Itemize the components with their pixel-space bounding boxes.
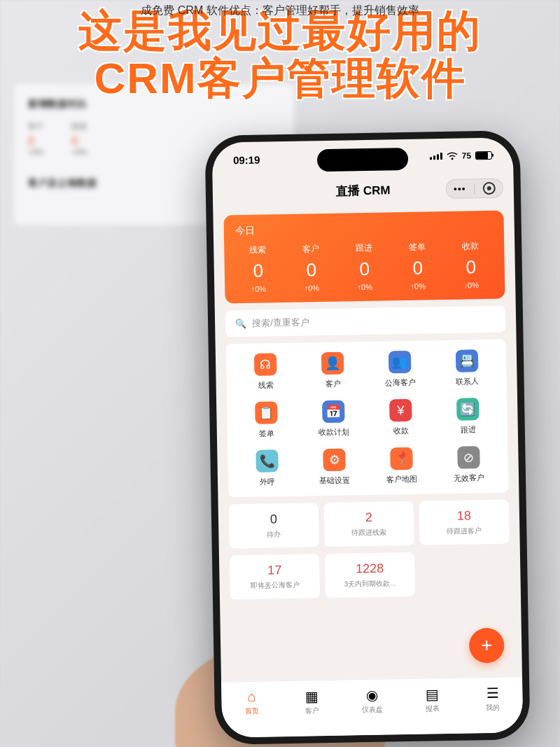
summary-card[interactable]: 2待跟进线索 bbox=[324, 501, 414, 547]
add-button[interactable]: + bbox=[469, 628, 505, 664]
feature-icon: 📋 bbox=[255, 401, 278, 424]
feature-icon: 👥 bbox=[388, 351, 412, 374]
miniprogram-controls: ••• | bbox=[446, 179, 503, 199]
more-icon[interactable]: ••• bbox=[454, 183, 466, 194]
feature-icon: ☊ bbox=[254, 353, 277, 376]
grid-item-基础设置[interactable]: ⚙基础设置 bbox=[300, 448, 368, 487]
summary-card[interactable]: 0待办 bbox=[229, 503, 319, 548]
grid-item-收款计划[interactable]: 📅收款计划 bbox=[300, 400, 368, 438]
grid-item-客户[interactable]: 👤客户 bbox=[299, 351, 367, 390]
summary-card[interactable]: 18待跟进客户 bbox=[419, 499, 510, 545]
grid-item-客户地图[interactable]: 📍客户地图 bbox=[368, 447, 435, 485]
grid-item-无效客户[interactable]: ⊘无效客户 bbox=[435, 446, 503, 484]
feature-icon: 📞 bbox=[255, 449, 279, 473]
search-icon: 🔍 bbox=[235, 318, 246, 328]
grid-item-联系人[interactable]: 📇联系人 bbox=[433, 349, 501, 388]
grid-item-跟进[interactable]: 🔄跟进 bbox=[434, 398, 502, 436]
search-placeholder: 搜索/查重客户 bbox=[252, 316, 309, 329]
nav-icon: ▤ bbox=[402, 685, 462, 703]
feature-icon: 🔄 bbox=[456, 398, 479, 421]
grid-item-线索[interactable]: ☊线索 bbox=[232, 353, 300, 391]
app-header: 直播 CRM ••• | bbox=[212, 172, 514, 208]
feature-icon: ¥ bbox=[389, 399, 412, 422]
phone-screen: 09:19 75 直播 CRM ••• | 今日 bbox=[212, 137, 524, 737]
wifi-icon bbox=[447, 152, 458, 160]
nav-icon: ☰ bbox=[462, 684, 522, 701]
stat-column[interactable]: 线索0↑0% bbox=[231, 244, 285, 293]
summary-row-2: 17即将丢公海客户12283天内到期收款... bbox=[230, 550, 510, 599]
phone-device: 09:19 75 直播 CRM ••• | 今日 bbox=[204, 130, 530, 745]
grid-item-签单[interactable]: 📋签单 bbox=[232, 401, 300, 440]
svg-point-0 bbox=[451, 158, 453, 160]
feature-icon: ⚙ bbox=[323, 449, 346, 472]
signal-icon bbox=[430, 153, 442, 160]
today-label: 今日 bbox=[231, 221, 497, 238]
stat-column[interactable]: 跟进0↑0% bbox=[337, 242, 391, 291]
nav-首页[interactable]: ⌂首页 bbox=[221, 688, 282, 716]
grid-item-收款[interactable]: ¥收款 bbox=[367, 398, 435, 437]
today-stats-card[interactable]: 今日 线索0↑0%客户0↑0%跟进0↑0%签单0↑0%收款0↓0% bbox=[223, 211, 505, 304]
app-title: 直播 CRM bbox=[336, 182, 391, 199]
feature-icon: ⊘ bbox=[457, 446, 480, 469]
nav-仪表盘[interactable]: ◉仪表盘 bbox=[342, 686, 402, 715]
close-miniprogram-icon[interactable] bbox=[483, 182, 496, 195]
caption-text: 成免费 CRM 软件优点：客户管理好帮手，提升销售效率 bbox=[141, 4, 419, 18]
summary-row-1: 0待办2待跟进线索18待跟进客户 bbox=[229, 499, 510, 548]
feature-grid: ☊线索👤客户👥公海客户📇联系人📋签单📅收款计划¥收款🔄跟进📞外呼⚙基础设置📍客户… bbox=[226, 340, 509, 498]
nav-客户[interactable]: ▦客户 bbox=[281, 687, 342, 716]
feature-icon: 👤 bbox=[321, 352, 344, 375]
battery-level: 75 bbox=[462, 151, 472, 160]
summary-card[interactable]: 17即将丢公海客户 bbox=[230, 554, 320, 599]
feature-icon: 📍 bbox=[390, 447, 413, 470]
stat-column[interactable]: 签单0↑0% bbox=[391, 241, 444, 291]
stat-column[interactable]: 收款0↓0% bbox=[444, 240, 498, 290]
stat-column[interactable]: 客户0↑0% bbox=[284, 243, 338, 293]
grid-item-公海客户[interactable]: 👥公海客户 bbox=[366, 350, 434, 389]
grid-item-外呼[interactable]: 📞外呼 bbox=[233, 449, 301, 488]
summary-card[interactable]: 12283天内到期收款... bbox=[325, 552, 415, 598]
nav-icon: ◉ bbox=[342, 686, 402, 704]
nav-icon: ⌂ bbox=[221, 688, 281, 705]
nav-报表[interactable]: ▤报表 bbox=[402, 685, 463, 714]
bottom-nav: ⌂首页▦客户◉仪表盘▤报表☰我的 bbox=[221, 676, 523, 737]
status-time: 09:19 bbox=[233, 153, 260, 166]
nav-我的[interactable]: ☰我的 bbox=[462, 684, 523, 713]
nav-icon: ▦ bbox=[281, 687, 342, 705]
feature-icon: 📇 bbox=[456, 349, 479, 372]
feature-icon: 📅 bbox=[322, 400, 345, 424]
battery-icon bbox=[475, 151, 492, 160]
headline-text: 这是我见过最好用的 CRM客户管理软件 bbox=[0, 7, 560, 102]
phone-notch bbox=[317, 148, 409, 172]
search-input[interactable]: 🔍 搜索/查重客户 bbox=[225, 306, 506, 337]
